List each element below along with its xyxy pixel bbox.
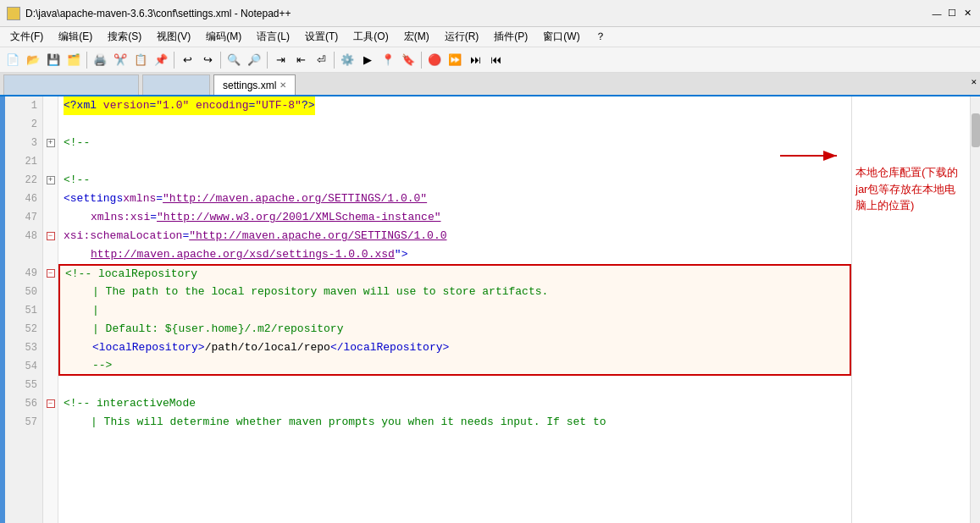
tb-find[interactable]: 🔍 [224, 51, 243, 69]
app-icon [7, 7, 20, 20]
annotation-panel: 本地仓库配置(下载的jar包等存放在本地电脑上的位置) [851, 96, 970, 523]
fold-icon[interactable]: − [43, 394, 58, 413]
tb-extra6[interactable]: ⏮ [486, 51, 505, 69]
menu-bar: 文件(F) 编辑(E) 搜索(S) 视图(V) 编码(M) 语言(L) 设置(T… [0, 27, 980, 47]
tb-extra2[interactable]: 🔖 [399, 51, 418, 69]
tb-redo[interactable]: ↪ [198, 51, 217, 69]
tb-macro[interactable]: ⚙️ [338, 51, 357, 69]
fold-icon [43, 320, 58, 339]
menu-tools[interactable]: 工具(O) [346, 28, 395, 46]
tb-extra3[interactable]: 🔴 [425, 51, 444, 69]
menu-plugins[interactable]: 插件(P) [487, 28, 534, 46]
tb-undo[interactable]: ↩ [178, 51, 197, 69]
tb-wrap[interactable]: ⏎ [312, 51, 330, 69]
menu-edit[interactable]: 编辑(E) [52, 28, 99, 46]
tb-save[interactable]: 💾 [44, 51, 63, 69]
tb-cut[interactable]: ✂️ [111, 51, 130, 69]
tb-copy[interactable]: 📋 [131, 51, 150, 69]
line-number: 53 [5, 339, 42, 357]
vertical-scrollbar[interactable] [970, 96, 980, 523]
toolbar-sep-6 [421, 52, 422, 69]
line-number: 21 [5, 152, 42, 171]
tab-placeholder-2[interactable] [142, 74, 210, 95]
fold-icon [43, 339, 58, 357]
tb-extra1[interactable]: 📍 [379, 51, 397, 69]
tb-zoom-in[interactable]: 🔎 [245, 51, 263, 69]
code-line: --> [58, 357, 851, 376]
code-line: | Default: ${user.home}/.m2/repository [58, 320, 851, 339]
scroll-thumb[interactable] [972, 113, 980, 147]
menu-help[interactable]: ？ [589, 28, 612, 46]
fold-icon [43, 245, 58, 264]
toolbar-sep-4 [267, 52, 268, 69]
tb-indent[interactable]: ⇥ [271, 51, 290, 69]
code-line: | The path to the local repository maven… [58, 283, 851, 301]
code-line: <!-- [58, 134, 851, 152]
code-line: <?xml version="1.0" encoding="UTF-8"?> [58, 96, 851, 115]
code-line: http://maven.apache.org/xsd/settings-1.0… [58, 245, 851, 264]
line-number: 57 [5, 413, 42, 432]
fold-icon[interactable]: + [43, 171, 58, 190]
fold-icon [43, 115, 58, 134]
line-number: 49 [5, 264, 42, 283]
tb-save-all[interactable]: 🗂️ [64, 51, 83, 69]
maximize-button[interactable]: ☐ [946, 8, 958, 19]
tab-close-icon[interactable]: ✕ [280, 80, 286, 90]
title-bar: D:\java\apache-maven-3.6.3\conf\settings… [0, 0, 980, 27]
line-number: 3 [5, 134, 42, 152]
code-line: <localRepository>/path/to/local/repo</lo… [58, 339, 851, 357]
menu-encoding[interactable]: 编码(M) [199, 28, 248, 46]
code-line: xmlns:xsi="http://www.w3.org/2001/XMLSch… [58, 208, 851, 227]
minimize-button[interactable]: — [931, 8, 943, 19]
line-number: 52 [5, 320, 42, 339]
tab-label: settings.xml [223, 80, 276, 91]
menu-view[interactable]: 视图(V) [150, 28, 197, 46]
tab-bar: settings.xml ✕ ✕ [0, 73, 980, 96]
window-controls[interactable]: — ☐ ✕ [931, 8, 973, 19]
fold-icon [43, 283, 58, 301]
menu-language[interactable]: 语言(L) [250, 28, 296, 46]
line-number: 48 [5, 227, 42, 245]
title-bar-left: D:\java\apache-maven-3.6.3\conf\settings… [7, 7, 291, 20]
code-line [58, 152, 851, 171]
menu-settings[interactable]: 设置(T) [298, 28, 345, 46]
code-line: <!-- interactiveMode [58, 394, 851, 413]
fold-icon[interactable]: − [43, 264, 58, 283]
line-number: 55 [5, 376, 42, 394]
line-numbers: 1232122464748495051525354555657 [5, 96, 43, 523]
code-line [58, 115, 851, 134]
line-number: 46 [5, 190, 42, 208]
menu-window[interactable]: 窗口(W) [536, 28, 586, 46]
code-line: | This will determine whether maven prom… [58, 413, 851, 432]
tb-run-macro[interactable]: ▶ [358, 51, 377, 69]
code-line: <settings xmlns="http://maven.apache.org… [58, 190, 851, 208]
tb-extra4[interactable]: ⏩ [446, 51, 464, 69]
toolbar-sep-1 [86, 52, 87, 69]
tb-new[interactable]: 📄 [3, 51, 22, 69]
close-button[interactable]: ✕ [961, 8, 973, 19]
annotation-text: 本地仓库配置(下载的jar包等存放在本地电脑上的位置) [855, 164, 966, 214]
editor-area: 1232122464748495051525354555657 ++−−− <?… [0, 96, 980, 523]
tab-settings-xml[interactable]: settings.xml ✕ [213, 74, 296, 95]
menu-file[interactable]: 文件(F) [3, 28, 50, 46]
fold-icon [43, 96, 58, 115]
fold-icon[interactable]: + [43, 134, 58, 152]
tab-bar-close[interactable]: ✕ [971, 76, 977, 87]
menu-run[interactable]: 运行(R) [438, 28, 486, 46]
tb-open[interactable]: 📂 [24, 51, 42, 69]
tb-outdent[interactable]: ⇤ [291, 51, 310, 69]
tb-print[interactable]: 🖨️ [91, 51, 109, 69]
line-number: 56 [5, 394, 42, 413]
menu-search[interactable]: 搜索(S) [101, 28, 148, 46]
tb-extra5[interactable]: ⏭ [466, 51, 484, 69]
fold-icon[interactable]: − [43, 227, 58, 245]
fold-icon [43, 301, 58, 320]
tb-paste[interactable]: 📌 [152, 51, 170, 69]
code-content: <?xml version="1.0" encoding="UTF-8"?><!… [58, 96, 851, 523]
tab-placeholder-1[interactable] [3, 74, 139, 95]
fold-icon [43, 357, 58, 376]
line-number: 2 [5, 115, 42, 134]
window-title: D:\java\apache-maven-3.6.3\conf\settings… [25, 8, 291, 19]
menu-macro[interactable]: 宏(M) [397, 28, 436, 46]
code-line: <!-- localRepository [58, 264, 851, 283]
